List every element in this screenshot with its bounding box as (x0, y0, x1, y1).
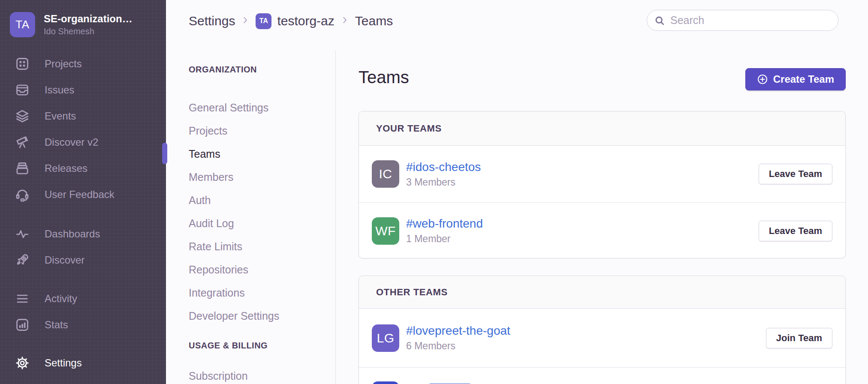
breadcrumb-org[interactable]: TA testorg-az (256, 13, 334, 29)
sidebar-item-label: Stats (45, 319, 68, 331)
team-info: #idos-cheetos 3 Members (406, 160, 481, 188)
sidebar-nav: Projects Issues Events Discover v2 Relea… (0, 51, 166, 376)
create-team-label: Create Team (773, 73, 834, 85)
team-info: #web-frontend 1 Member (406, 217, 483, 245)
join-team-button[interactable]: Join Team (766, 328, 832, 348)
leave-team-button[interactable]: Leave Team (759, 221, 832, 241)
org-name: SE-organization… (44, 13, 133, 25)
sidebar-item-label: Issues (45, 84, 74, 96)
create-team-button[interactable]: Create Team (745, 68, 846, 90)
sidebar-item-discover-v2[interactable]: Discover v2 (0, 129, 166, 155)
sidebar-item-settings[interactable]: Settings (0, 350, 166, 376)
team-name-link[interactable]: #lovepreet-the-goat (406, 324, 510, 338)
settings-nav-item-members[interactable]: Members (189, 165, 317, 189)
team-row: WF #web-frontend 1 Member Leave Team (359, 202, 845, 259)
page-title: Teams (359, 68, 409, 87)
team-name-link[interactable]: #web-frontend (406, 217, 483, 231)
team-member-count: 3 Members (406, 177, 481, 188)
team-row: IC #idos-cheetos 3 Members Leave Team (359, 146, 845, 202)
settings-nav-item-general-settings[interactable]: General Settings (189, 96, 317, 119)
sidebar-item-label: Activity (45, 293, 77, 305)
releases-archive-icon (14, 161, 30, 176)
settings-nav-divider (335, 51, 336, 384)
rocket-icon (14, 253, 30, 267)
sidebar: TA SE-organization… Ido Shemesh Projects… (0, 0, 166, 384)
sidebar-item-events[interactable]: Events (0, 103, 166, 129)
issues-inbox-icon (14, 83, 30, 97)
settings-nav-item-auth[interactable]: Auth (189, 189, 317, 212)
sidebar-item-label: Discover v2 (45, 136, 98, 148)
settings-nav: ORGANIZATION General Settings Projects T… (189, 64, 317, 384)
sidebar-item-label: User Feedback (45, 189, 115, 201)
team-avatar: WF (372, 217, 399, 245)
settings-nav-billing-list: Subscription (189, 364, 317, 384)
team-avatar: IC (372, 160, 399, 188)
other-teams-header: OTHER TEAMS (359, 276, 845, 309)
org-badge: TA (256, 13, 271, 29)
pulse-icon (14, 227, 30, 241)
leave-team-button[interactable]: Leave Team (759, 164, 832, 184)
team-avatar: LG (372, 324, 399, 352)
sidebar-item-label: Events (45, 110, 76, 122)
gear-icon (14, 356, 30, 370)
sidebar-item-dashboards[interactable]: Dashboards (0, 221, 166, 247)
sidebar-item-user-feedback[interactable]: User Feedback (0, 181, 166, 207)
sidebar-item-label: Projects (45, 58, 82, 70)
team-member-count: 1 Member (406, 233, 483, 245)
your-teams-panel: YOUR TEAMS IC #idos-cheetos 3 Members Le… (359, 111, 846, 258)
org-avatar: TA (10, 12, 35, 37)
sidebar-item-releases[interactable]: Releases (0, 155, 166, 181)
teams-page: Teams Create Team YOUR TEAMS IC #idos-ch… (359, 0, 846, 384)
sidebar-item-label: Dashboards (45, 228, 100, 240)
breadcrumb-settings[interactable]: Settings (189, 14, 235, 28)
team-row: LG #lovepreet-the-goat 6 Members Join Te… (359, 309, 845, 367)
team-info: #lovepreet-the-goat 6 Members (406, 324, 510, 352)
sidebar-item-discover[interactable]: Discover (0, 247, 166, 273)
org-meta: SE-organization… Ido Shemesh (44, 13, 133, 36)
telescope-icon (14, 135, 30, 150)
team-row-partial (359, 367, 845, 384)
settings-nav-item-projects[interactable]: Projects (189, 119, 317, 142)
settings-nav-section-usage-billing: USAGE & BILLING (189, 340, 317, 351)
org-user-name: Ido Shemesh (44, 27, 133, 36)
settings-nav-section-organization: ORGANIZATION (189, 64, 317, 75)
sidebar-item-issues[interactable]: Issues (0, 77, 166, 103)
settings-nav-item-integrations[interactable]: Integrations (189, 281, 317, 304)
sidebar-item-label: Discover (45, 254, 84, 266)
settings-nav-item-developer-settings[interactable]: Developer Settings (189, 304, 317, 327)
active-nav-indicator (162, 143, 167, 164)
projects-grid-icon (14, 57, 30, 71)
other-teams-panel: OTHER TEAMS LG #lovepreet-the-goat 6 Mem… (359, 276, 846, 384)
team-name-link[interactable]: #idos-cheetos (406, 160, 481, 174)
plus-circle-icon (757, 74, 768, 85)
settings-nav-org-list: General Settings Projects Teams Members … (189, 96, 317, 327)
events-layers-icon (14, 109, 30, 123)
settings-nav-item-teams[interactable]: Teams (189, 142, 317, 165)
your-teams-header: YOUR TEAMS (359, 111, 845, 146)
activity-lines-icon (14, 291, 30, 306)
settings-nav-item-rate-limits[interactable]: Rate Limits (189, 235, 317, 258)
settings-nav-item-subscription[interactable]: Subscription (189, 364, 317, 384)
breadcrumb-org-label: testorg-az (277, 14, 334, 28)
chevron-right-icon (241, 15, 250, 27)
team-member-count: 6 Members (406, 340, 510, 352)
sidebar-item-stats[interactable]: Stats (0, 312, 166, 338)
sidebar-item-projects[interactable]: Projects (0, 51, 166, 77)
sidebar-item-label: Releases (45, 162, 87, 174)
stats-chart-icon (14, 318, 30, 332)
settings-nav-item-repositories[interactable]: Repositories (189, 258, 317, 281)
org-switcher[interactable]: TA SE-organization… Ido Shemesh (0, 0, 166, 37)
sidebar-item-activity[interactable]: Activity (0, 285, 166, 312)
chevron-right-icon (340, 15, 350, 27)
sidebar-item-label: Settings (45, 357, 82, 369)
user-feedback-headset-icon (14, 187, 30, 202)
settings-nav-item-audit-log[interactable]: Audit Log (189, 212, 317, 235)
team-avatar (372, 381, 399, 384)
